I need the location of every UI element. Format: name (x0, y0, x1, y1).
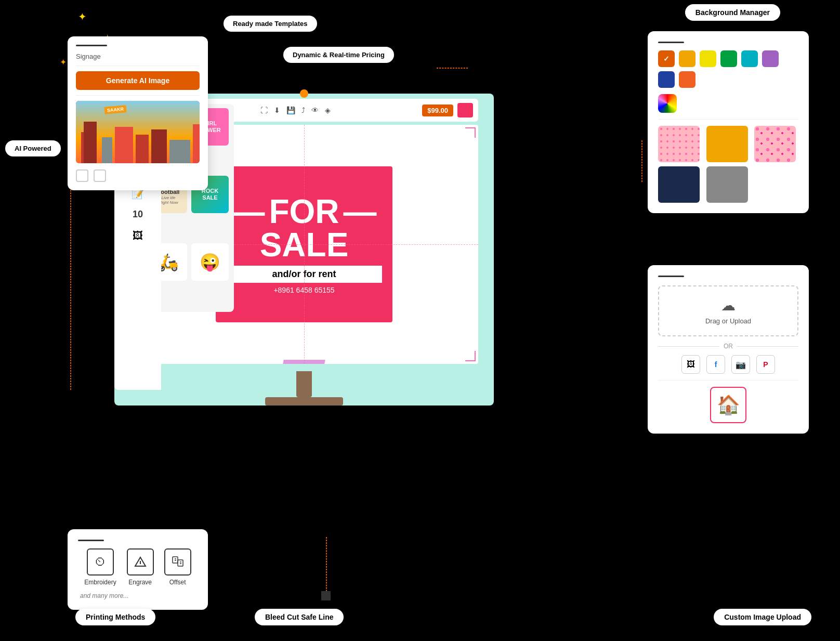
pricing-arrow-line (437, 68, 468, 69)
background-manager-label: Background Manager (685, 4, 780, 21)
sidebar-number: 10 (133, 209, 143, 220)
canvas-dot-top (300, 89, 308, 98)
price-badge: $99.00 (422, 104, 453, 116)
ai-panel-input-label: Signage (76, 53, 200, 60)
color-swatch-purple[interactable] (762, 50, 779, 67)
printing-engrave: Engrave (127, 548, 154, 586)
share-icon[interactable]: ⤴ (301, 106, 305, 114)
embroidery-label: Embroidery (84, 579, 116, 586)
corner-br (465, 351, 476, 361)
texture-floral[interactable] (754, 126, 796, 162)
offset-icon (164, 548, 191, 575)
printing-panel: ⏲ Embroidery Engrave (68, 529, 208, 610)
monitor-base (265, 397, 343, 405)
embroidery-icon: ⏲ (87, 548, 114, 575)
color-swatch-red-selected[interactable] (658, 50, 675, 67)
gallery-icon-btn[interactable]: 🖼 (681, 355, 700, 374)
for-sale-title: — FOR — (231, 195, 376, 228)
accent-btn[interactable] (457, 103, 473, 117)
ai-image-preview: SAAKR (76, 101, 200, 163)
upload-dropzone[interactable]: ☁ Drag or Upload (658, 285, 798, 336)
ai-panel: Signage Generate AI Image SAAKR (68, 36, 208, 190)
instagram-icon-btn[interactable]: 📷 (731, 355, 750, 374)
for-sale-phone: +8961 6458 65155 (273, 286, 334, 294)
house-icon-box: 🏠 (710, 387, 746, 423)
monitor-stand (114, 371, 494, 405)
bleed-cut-dot (321, 591, 331, 600)
corner-tr (465, 127, 476, 138)
monitor-pole (296, 371, 312, 397)
ai-panel-line (76, 45, 107, 46)
printing-more-text: and many more... (78, 592, 198, 599)
texture-grid (658, 126, 798, 203)
color-swatches (658, 50, 798, 88)
texture-pink[interactable] (658, 126, 700, 162)
bg-divider (658, 119, 798, 120)
printing-icons: ⏲ Embroidery Engrave (78, 548, 198, 586)
3d-icon[interactable]: ◈ (325, 106, 331, 114)
for-sale-sign: — FOR — SALE and/or for rent +8961 6458 … (216, 166, 392, 322)
printing-line (78, 540, 104, 541)
color-swatch-orange[interactable] (679, 50, 695, 67)
for-sale-line2: SALE (260, 228, 349, 261)
upload-or-divider: OR (658, 343, 798, 350)
offset-label: Offset (169, 579, 186, 586)
gradient-swatch[interactable] (658, 94, 677, 113)
dynamic-pricing-badge: Dynamic & Real-time Pricing (283, 47, 394, 63)
svg-rect-3 (178, 560, 183, 566)
color-swatch-yellow[interactable] (700, 50, 716, 67)
printing-methods-label: Printing Methods (75, 609, 155, 625)
ready-made-templates-badge: Ready made Templates (224, 16, 317, 32)
bg-panel-line (658, 42, 684, 43)
printing-embroidery: ⏲ Embroidery (84, 548, 116, 586)
bg-manager-panel (648, 31, 809, 213)
upload-panel: ☁ Drag or Upload OR 🖼 f 📷 P 🏠 (648, 265, 809, 434)
for-sale-subtitle: and/or for rent (226, 266, 382, 283)
save-icon[interactable]: 💾 (286, 106, 295, 114)
social-icons: 🖼 f 📷 P (658, 355, 798, 374)
clipart-item-emoji[interactable]: 😜 (191, 243, 229, 281)
upload-cloud-icon: ☁ (670, 297, 787, 314)
custom-image-upload-label: Custom Image Upload (714, 609, 811, 625)
color-swatch-cyan[interactable] (741, 50, 758, 67)
engrave-icon (127, 548, 154, 575)
sidebar-grid-btn[interactable]: 🖼 (128, 226, 147, 245)
ai-powered-badge: AI Powered (5, 140, 61, 156)
upload-drag-text: Drag or Upload (670, 317, 787, 325)
bleed-cut-indicator (283, 360, 325, 364)
svg-rect-2 (173, 557, 178, 563)
color-swatch-green[interactable] (720, 50, 737, 67)
ai-panel-checkboxes (76, 169, 200, 182)
pinterest-icon-btn[interactable]: P (756, 355, 775, 374)
bleed-cut-label: Bleed Cut Safe Line (255, 609, 344, 625)
facebook-icon-btn[interactable]: f (706, 355, 725, 374)
expand-icon[interactable]: ⛶ (260, 106, 268, 114)
download-icon[interactable]: ⬇ (274, 106, 280, 114)
ai-generate-button[interactable]: Generate AI Image (76, 71, 200, 90)
texture-orange[interactable] (706, 126, 748, 162)
ai-checkbox-2[interactable] (94, 169, 106, 182)
ai-checkbox-1[interactable] (76, 169, 88, 182)
upload-panel-line (658, 276, 684, 277)
texture-gray[interactable] (706, 166, 748, 203)
texture-dark-blue[interactable] (658, 166, 700, 203)
preview-icon[interactable]: 👁 (311, 106, 319, 114)
color-swatch-blue[interactable] (658, 71, 675, 88)
color-swatch-amber[interactable] (679, 71, 695, 88)
engrave-label: Engrave (128, 579, 152, 586)
bleed-cut-line (326, 537, 327, 599)
upload-panel-divider (658, 380, 798, 381)
printing-offset: Offset (164, 548, 191, 586)
